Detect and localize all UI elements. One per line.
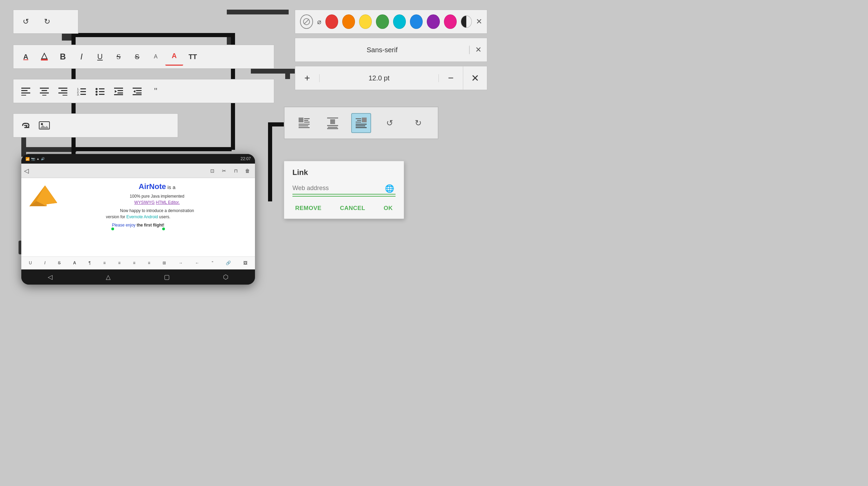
unordered-list-button[interactable] (91, 82, 109, 100)
indent-button[interactable] (110, 82, 127, 100)
evernote-text: Evernote Android (126, 214, 158, 219)
font-size-close[interactable]: ✕ (463, 66, 487, 90)
color-red[interactable] (325, 14, 338, 29)
font-size-decrease[interactable]: − (439, 66, 463, 90)
sel-table[interactable]: ⊞ (162, 260, 167, 266)
svg-rect-12 (63, 95, 67, 96)
chrome-icon-delete[interactable]: 🗑 (243, 166, 252, 176)
ordered-list-button[interactable]: 1. 2. 3. (73, 82, 90, 100)
sel-list[interactable]: ≡ (147, 260, 151, 266)
strikethrough2-button[interactable]: S (128, 48, 146, 66)
font-small-button[interactable]: A (147, 48, 165, 66)
sel-link[interactable]: 🔗 (225, 260, 232, 266)
sel-image[interactable]: 🖼 (242, 260, 248, 266)
eraser-icon[interactable]: ⌀ (317, 18, 321, 26)
svg-rect-55 (356, 122, 361, 123)
svg-rect-27 (118, 90, 123, 91)
align-right-button[interactable] (54, 82, 72, 100)
color-picker-close[interactable]: ✕ (476, 17, 482, 26)
svg-point-19 (96, 88, 98, 90)
tablet-selection-bar: U I S A ¶ ≡ ≡ ≡ ≡ ⊞ → ← " 🔗 🖼 (21, 256, 255, 269)
align-toolbar: 1. 2. 3. " (13, 79, 274, 103)
image-insert-button[interactable] (35, 117, 53, 134)
link-ok-button[interactable]: OK (381, 203, 396, 214)
insert-toolbar (13, 113, 178, 137)
italic-button[interactable]: I (73, 48, 90, 66)
nav-home-button[interactable]: △ (106, 273, 111, 281)
svg-marker-26 (115, 90, 117, 93)
link-dialog: Link 🌐 REMOVE CANCEL OK (284, 161, 404, 219)
link-url-input[interactable] (292, 183, 396, 195)
nav-back-button[interactable]: ◁ (48, 273, 53, 281)
globe-icon: 🌐 (385, 184, 394, 193)
font-size-button[interactable]: TT (184, 48, 202, 66)
sel-italic[interactable]: I (43, 260, 46, 266)
svg-rect-41 (304, 118, 310, 119)
image-align-right-button[interactable] (351, 113, 371, 133)
tablet-time: 22:07 (241, 156, 251, 161)
nav-menu-button[interactable]: ⬡ (223, 273, 229, 281)
outdent-button[interactable] (128, 82, 146, 100)
color-orange[interactable] (342, 14, 355, 29)
undo-button[interactable]: ↺ (17, 13, 35, 31)
sel-underline[interactable]: U (28, 260, 33, 266)
bold-button[interactable]: B (54, 48, 72, 66)
svg-rect-42 (304, 120, 308, 121)
color-cyan[interactable] (393, 14, 406, 29)
svg-rect-1 (21, 88, 30, 89)
sel-outdent[interactable]: ← (194, 260, 200, 266)
sel-align-r[interactable]: ≡ (132, 260, 136, 266)
underline-button[interactable]: U (91, 48, 109, 66)
nav-recents-button[interactable]: ▢ (164, 273, 170, 281)
frame-block-2 (227, 10, 289, 14)
blockquote-button[interactable]: " (147, 82, 165, 100)
color-yellow[interactable] (359, 14, 372, 29)
svg-rect-6 (42, 90, 47, 91)
svg-rect-4 (21, 95, 26, 96)
image-rotate-left-button[interactable]: ↺ (380, 113, 400, 133)
format-toolbar: A B I U S S A A TT (13, 45, 274, 69)
image-align-left-button[interactable] (294, 113, 314, 133)
svg-marker-31 (133, 90, 135, 93)
link-dialog-title: Link (292, 168, 396, 177)
color-purple[interactable] (427, 14, 439, 29)
html-editor-link[interactable]: HTML Editor. (156, 200, 180, 205)
tablet-back-button[interactable]: ◁ (24, 167, 29, 175)
align-left-button[interactable] (17, 82, 35, 100)
image-rotate-right-button[interactable]: ↻ (408, 113, 428, 133)
wysiwyg-link[interactable]: WYSIWYG (134, 200, 155, 205)
chrome-icon-copy[interactable]: ⊓ (231, 166, 241, 176)
content-line4: version for Evernote Android users. (26, 214, 250, 220)
sel-strike[interactable]: S (57, 260, 62, 266)
sel-indent[interactable]: → (178, 260, 184, 266)
sel-para[interactable]: ¶ (88, 260, 92, 266)
redo-button[interactable]: ↻ (38, 13, 56, 31)
image-icon (38, 121, 50, 130)
fill-color-button[interactable] (35, 48, 53, 66)
text-color-button[interactable]: A (17, 48, 35, 66)
sel-font[interactable]: A (72, 260, 77, 266)
link-cancel-button[interactable]: CANCEL (337, 203, 368, 214)
sel-quote[interactable]: " (211, 260, 214, 266)
font-name-close[interactable]: ✕ (469, 45, 487, 54)
svg-rect-32 (136, 90, 142, 91)
color-half-circle[interactable] (461, 15, 472, 28)
chrome-icon-cut[interactable]: ✂ (219, 166, 229, 176)
strikethrough-button[interactable]: S (110, 48, 127, 66)
image-align-center-button[interactable] (323, 113, 343, 133)
sel-align-c[interactable]: ≡ (117, 260, 122, 266)
color-green[interactable] (376, 14, 389, 29)
link-remove-button[interactable]: REMOVE (292, 203, 324, 214)
font-size-value: 12.0 pt (319, 74, 439, 82)
font-size-increase[interactable]: + (295, 66, 319, 90)
bold-text: the first flight! (137, 223, 165, 228)
color-pink[interactable] (444, 14, 457, 29)
chrome-icon-scale[interactable]: ⊡ (208, 166, 217, 176)
link-insert-button[interactable] (17, 117, 35, 134)
sel-align-l[interactable]: ≡ (102, 260, 107, 266)
color-blue[interactable] (410, 14, 423, 29)
align-center-button[interactable] (35, 82, 53, 100)
no-color-button[interactable] (300, 14, 313, 29)
font-color-button[interactable]: A (165, 48, 183, 66)
image-align-left-icon (298, 117, 310, 129)
